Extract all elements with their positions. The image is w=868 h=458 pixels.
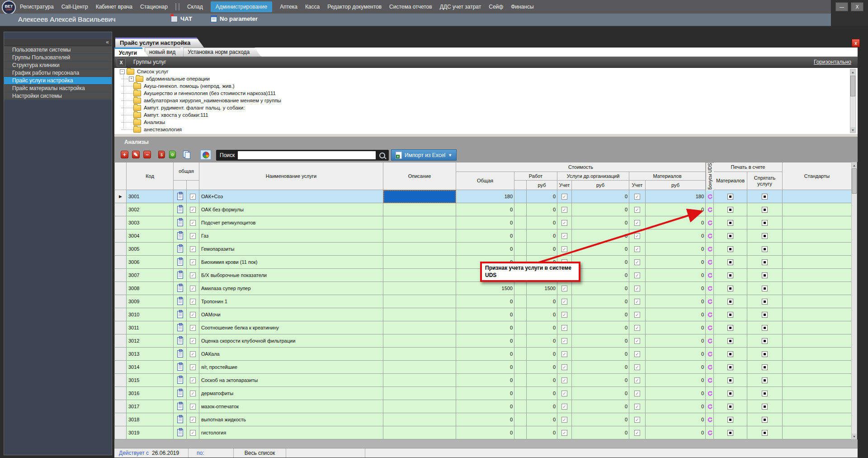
cell-service-name[interactable]: Оценка скорости клубочной фильтрации [199,334,383,348]
table-row-3012[interactable]: 3012✓Оценка скорости клубочной фильтраци… [115,334,852,348]
cell-service-name[interactable]: Тропонин 1 [199,295,383,308]
cell-common-checkbox[interactable]: ✓ [187,256,199,269]
cell-materials-rub[interactable]: 0 [646,203,706,216]
cell-hide-service[interactable] [747,374,783,387]
menu-item-5[interactable]: Администрирование [211,1,272,12]
cell-uchet-other[interactable]: ✓ [557,321,572,334]
print-materials-checkbox[interactable] [727,430,733,436]
cell-service-name[interactable]: ОАК+Соэ [199,190,383,203]
cell-uchet-materials[interactable]: ✓ [629,295,646,308]
cell-total[interactable]: 0 [456,426,514,439]
cell-uds-bonus[interactable] [706,387,714,400]
cell-print-materials[interactable] [714,321,747,334]
tree-item-0[interactable]: −Список услуг [114,68,858,75]
tree-vertical-scrollbar[interactable]: ▲ ▼ [850,69,856,133]
common-checkbox[interactable]: ✓ [190,220,196,226]
table-row-3013[interactable]: 3013✓ОАКала00✓0✓0 [115,348,852,361]
scroll-up-icon[interactable]: ▲ [852,162,857,168]
print-materials-checkbox[interactable] [727,246,733,252]
cell-code[interactable]: 3015 [127,374,174,387]
cell-total[interactable]: 0 [456,348,514,361]
cell-hide-service[interactable] [747,387,783,400]
cell-hide-service[interactable] [747,216,783,229]
valid-from-date[interactable]: 26.06.2019 [152,450,179,456]
cell-code[interactable]: 3005 [127,243,174,256]
cell-uchet-materials[interactable]: ✓ [629,348,646,361]
cell-common-checkbox[interactable]: ✓ [187,387,199,400]
search-input[interactable] [238,151,376,159]
menu-item-1[interactable]: Call-Центр [61,4,88,10]
cell-print-materials[interactable] [714,269,747,282]
table-row-3009[interactable]: 3009✓Тропонин 100✓0✓0 [115,295,852,308]
cell-copy-icon[interactable] [174,295,187,308]
cell-other-rub[interactable]: 0 [572,243,629,256]
subtab-0[interactable]: Услуги [114,48,148,57]
cell-hide-service[interactable] [747,321,783,334]
cell-print-materials[interactable] [714,256,747,269]
common-checkbox[interactable]: ✓ [190,286,196,291]
uds-icon[interactable] [707,364,712,370]
cell-service-name[interactable]: ОАК без формулы [199,203,383,216]
cell-total[interactable]: 1500 [456,282,514,295]
cell-uds-bonus[interactable] [706,348,714,361]
uchet-checkbox[interactable]: ✓ [634,194,640,200]
cell-uchet-materials[interactable]: ✓ [629,203,646,216]
cell-uds-bonus[interactable] [706,334,714,348]
cell-total[interactable]: 0 [456,216,514,229]
cell-description[interactable] [383,361,456,374]
cell-work-rub[interactable]: 0 [527,216,557,229]
uds-icon[interactable] [707,259,712,265]
cell-print-materials[interactable] [714,361,747,374]
common-checkbox[interactable]: ✓ [190,207,196,213]
print-materials-checkbox[interactable] [727,233,733,239]
hide-service-checkbox[interactable] [762,325,768,331]
cell-print-materials[interactable] [714,413,747,426]
cell-service-name[interactable]: Биохимия крови (11 пок) [199,256,383,269]
cell-uchet-materials[interactable]: ✓ [629,269,646,282]
cell-work-rub[interactable]: 0 [527,348,557,361]
uchet-checkbox[interactable]: ✓ [561,404,567,410]
menu-item-10[interactable]: ДДС учет затрат [440,4,481,10]
table-row-3004[interactable]: 3004✓Газ00✓0✓0 [115,229,852,243]
cell-common-checkbox[interactable]: ✓ [187,295,199,308]
cell-other-rub[interactable]: 0 [572,361,629,374]
cell-description[interactable] [383,374,456,387]
cell-uchet-other[interactable]: ✓ [557,348,572,361]
cell-uds-bonus[interactable] [706,400,714,413]
cell-service-name[interactable]: Амилаза супер пупер [199,282,383,295]
cell-description[interactable] [383,426,456,439]
settings-book-icon[interactable]: ⚙ [169,151,176,158]
uds-icon[interactable] [707,207,712,213]
uds-icon[interactable] [707,220,712,226]
cell-code[interactable]: 3018 [127,413,174,426]
cell-uchet-other[interactable]: ✓ [557,190,572,203]
cell-print-materials[interactable] [714,387,747,400]
cell-code[interactable]: 3014 [127,361,174,374]
cell-work-rub[interactable]: 0 [527,190,557,203]
cell-code[interactable]: 3016 [127,387,174,400]
cell-description[interactable] [383,295,456,308]
print-materials-checkbox[interactable] [727,364,733,370]
cell-work-rub[interactable]: 0 [527,203,557,216]
cell-other-rub[interactable]: 0 [572,334,629,348]
uchet-checkbox[interactable]: ✓ [634,312,640,318]
cell-description[interactable] [383,282,456,295]
grid-vertical-scrollbar[interactable]: ▲ ▼ [851,162,857,439]
cell-total[interactable]: 0 [456,334,514,348]
cell-uchet-other[interactable]: ✓ [557,400,572,413]
menu-item-7[interactable]: Касса [305,4,320,10]
cell-service-name[interactable]: гистология [199,426,383,439]
cell-standards[interactable] [783,374,852,387]
cell-work-rub[interactable]: 0 [527,387,557,400]
hide-service-checkbox[interactable] [762,404,768,410]
table-row-3005[interactable]: 3005✓Гемопаразиты00✓0✓0 [115,243,852,256]
uds-icon[interactable] [707,430,712,436]
cell-other-rub[interactable]: 0 [572,203,629,216]
hide-service-checkbox[interactable] [762,430,768,436]
cell-copy-icon[interactable] [174,400,187,413]
print-materials-checkbox[interactable] [727,272,733,278]
cell-materials-rub[interactable]: 0 [646,229,706,243]
uchet-checkbox[interactable]: ✓ [634,417,640,423]
uchet-checkbox[interactable]: ✓ [561,351,567,357]
cell-hide-service[interactable] [747,269,783,282]
